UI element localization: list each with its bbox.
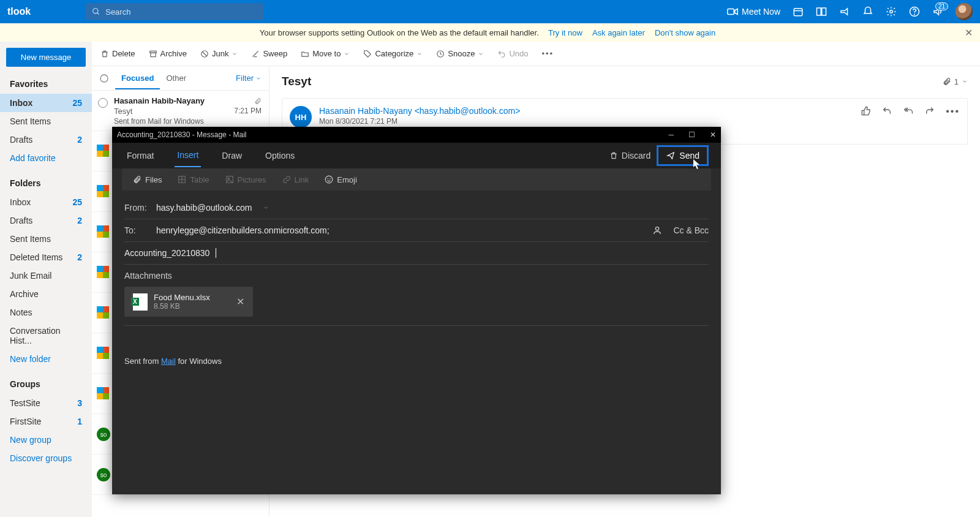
nav-group-firstsite[interactable]: FirstSite1 (0, 412, 92, 431)
nav-group-testsite[interactable]: TestSite3 (0, 394, 92, 412)
groups-header[interactable]: Groups (0, 374, 92, 394)
forward-icon[interactable] (925, 106, 935, 116)
insert-files[interactable]: Files (133, 175, 162, 184)
add-favorite-link[interactable]: Add favorite (0, 149, 92, 167)
attachments-label: Attachments (124, 265, 709, 287)
trash-icon (609, 151, 618, 160)
send-button[interactable]: Send (657, 145, 709, 166)
nav-folder-drafts[interactable]: Drafts2 (0, 211, 92, 230)
close-icon[interactable]: ✕ (710, 130, 716, 139)
message-item[interactable]: Hasanain Habib-Nayany Tesyt7:21 PM Sent … (92, 91, 269, 131)
message-time: 7:21 PM (234, 107, 262, 116)
subject-field[interactable]: Accounting_20210830 (124, 242, 709, 265)
select-circle-icon[interactable] (98, 98, 108, 108)
delete-button[interactable]: Delete (100, 49, 135, 58)
reply-icon[interactable] (882, 106, 892, 116)
nav-folder-convo[interactable]: Conversation Hist... (0, 322, 92, 350)
tab-insert[interactable]: Insert (175, 144, 201, 167)
nav-folder-inbox[interactable]: Inbox25 (0, 193, 92, 211)
insert-link[interactable]: Link (282, 175, 309, 184)
excel-icon (133, 293, 148, 311)
discover-groups-link[interactable]: Discover groups (0, 449, 92, 467)
sender-avatar: HH (290, 106, 312, 128)
nav-drafts[interactable]: Drafts2 (0, 130, 92, 149)
meet-now-button[interactable]: Meet Now (727, 7, 780, 17)
snooze-button[interactable]: Snooze (436, 49, 484, 58)
minimize-icon[interactable]: ─ (668, 130, 674, 139)
svg-point-21 (228, 178, 229, 179)
to-field[interactable]: To: henrylegge@citizenbuilders.onmicroso… (124, 219, 709, 242)
user-avatar[interactable] (956, 3, 973, 20)
nav-sent-items[interactable]: Sent Items (0, 112, 92, 130)
activity-icon[interactable]: 21 (932, 6, 943, 17)
nav-folder-junk[interactable]: Junk Email (0, 266, 92, 285)
message-subject: Tesyt (114, 107, 132, 116)
junk-button[interactable]: Junk (200, 49, 238, 58)
attachment-count[interactable]: 1 (943, 77, 968, 86)
nav-folder-deleted[interactable]: Deleted Items2 (0, 248, 92, 266)
from-field[interactable]: From: hasy.habib@outlook.com (124, 197, 709, 219)
insert-pictures[interactable]: Pictures (225, 175, 266, 184)
folders-header[interactable]: Folders (0, 173, 92, 193)
nav-folder-sent[interactable]: Sent Items (0, 230, 92, 248)
settings-icon[interactable] (886, 6, 897, 17)
archive-button[interactable]: Archive (149, 49, 187, 58)
svg-rect-6 (817, 8, 821, 15)
filter-button[interactable]: Filter (236, 74, 262, 83)
help-icon[interactable] (909, 6, 920, 17)
folder-icon (301, 50, 309, 58)
tab-draw[interactable]: Draw (219, 145, 244, 167)
nav-inbox[interactable]: Inbox25 (0, 94, 92, 112)
chevron-down-icon (344, 51, 350, 57)
remove-attachment-icon[interactable]: ✕ (236, 296, 244, 308)
sweep-button[interactable]: Sweep (251, 49, 287, 58)
tab-format[interactable]: Format (124, 145, 156, 167)
chevron-down-icon[interactable] (263, 205, 269, 211)
nav-folder-archive[interactable]: Archive (0, 285, 92, 303)
undo-button[interactable]: Undo (497, 49, 528, 58)
move-button[interactable]: Move to (301, 49, 350, 58)
archive-icon (149, 50, 157, 58)
reply-all-icon[interactable] (903, 106, 914, 116)
search-input[interactable]: Search (86, 3, 263, 20)
immersive-reader-icon[interactable] (816, 6, 827, 17)
more-actions-icon[interactable]: ••• (946, 106, 960, 117)
mail-link[interactable]: Mail (161, 357, 176, 366)
banner-dont-link[interactable]: Don't show again (655, 28, 715, 37)
new-folder-link[interactable]: New folder (0, 350, 92, 368)
image-icon (225, 175, 234, 184)
notifications-icon[interactable] (862, 6, 873, 17)
svg-line-1 (97, 13, 99, 15)
insert-emoji[interactable]: Emoji (325, 175, 357, 184)
svg-point-8 (890, 10, 893, 13)
tab-options[interactable]: Options (263, 145, 297, 167)
attachment-chip[interactable]: Food Menu.xlsx 8.58 KB ✕ (124, 287, 253, 317)
ccbcc-link[interactable]: Cc & Bcc (673, 225, 709, 235)
chevron-down-icon (232, 51, 238, 57)
nav-folder-notes[interactable]: Notes (0, 303, 92, 322)
list-header: Focused Other Filter (92, 66, 269, 91)
like-icon[interactable] (861, 106, 871, 116)
banner-close-icon[interactable]: ✕ (965, 27, 973, 39)
whats-new-icon[interactable] (839, 6, 850, 17)
insert-table[interactable]: Table (178, 175, 209, 184)
select-all-icon[interactable] (99, 74, 109, 83)
window-titlebar[interactable]: Accounting_20210830 - Message - Mail ─ ☐… (112, 127, 721, 143)
focused-tab[interactable]: Focused (115, 74, 160, 89)
banner-later-link[interactable]: Ask again later (592, 28, 645, 37)
more-button[interactable]: ••• (541, 49, 554, 58)
top-header: tlook Search Meet Now 21 (0, 0, 980, 23)
categorize-button[interactable]: Categorize (363, 49, 423, 58)
calendar-join-icon[interactable] (793, 6, 804, 17)
svg-rect-12 (150, 53, 155, 56)
sender-name[interactable]: Hasanain Habib-Nayany <hasy.habib@outloo… (319, 106, 520, 116)
new-message-button[interactable]: New message (6, 48, 86, 67)
maximize-icon[interactable]: ☐ (688, 130, 695, 139)
other-tab[interactable]: Other (160, 74, 192, 83)
new-group-link[interactable]: New group (0, 431, 92, 449)
contacts-icon[interactable] (652, 225, 662, 235)
message-preview: Sent from Mail for Windows (114, 117, 262, 126)
discard-button[interactable]: Discard (609, 151, 650, 160)
favorites-header[interactable]: Favorites (0, 74, 92, 94)
banner-try-link[interactable]: Try it now (548, 28, 582, 37)
